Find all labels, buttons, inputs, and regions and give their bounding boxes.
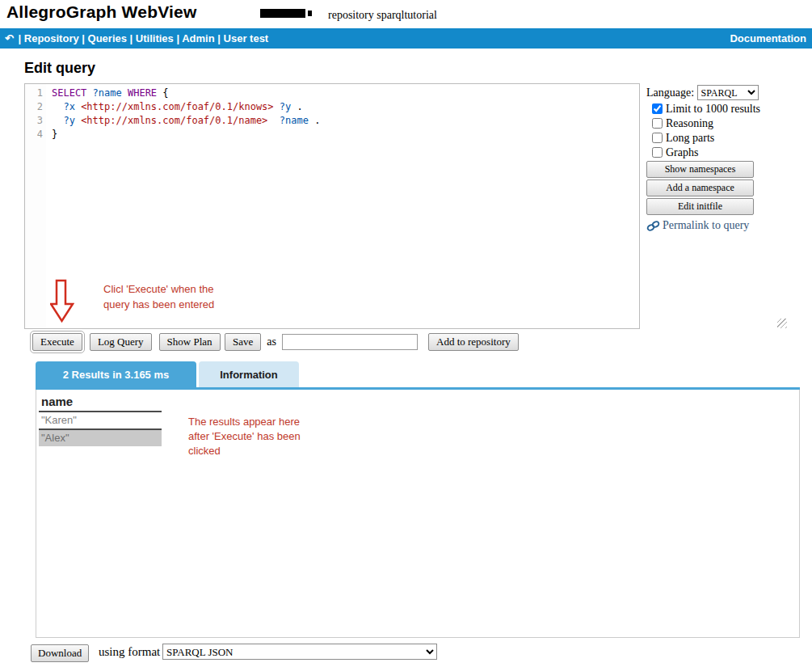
checkbox-reasoning[interactable] — [652, 118, 663, 129]
nav-menu: ↶ | Repository | Queries | Utilities | A… — [5, 28, 268, 49]
results-column-header: name — [39, 393, 162, 412]
checkbox-graphs[interactable] — [652, 147, 663, 158]
query-options-panel: Language: SPARQL Limit to 1000 resultsRe… — [646, 85, 808, 232]
nav-item-repository[interactable]: Repository — [24, 32, 79, 44]
checkbox-long-parts[interactable] — [652, 133, 663, 143]
results-rows: "Karen""Alex" — [36, 412, 799, 446]
toolbar: ExecuteLog QueryShow Plan — [32, 333, 221, 351]
checkbox-limit-to-1000-results[interactable] — [652, 103, 663, 114]
nav-separator: | — [127, 32, 136, 44]
result-row[interactable]: "Alex" — [39, 430, 162, 446]
save-group: Save as — [225, 333, 418, 351]
code-line: } — [52, 128, 639, 141]
results-panel: name "Karen""Alex" — [36, 390, 800, 638]
back-icon[interactable]: ↶ — [5, 28, 14, 49]
language-select[interactable]: SPARQL — [697, 85, 759, 100]
nav-item-queries[interactable]: Queries — [88, 32, 127, 44]
results-note: The results appear hereafter 'Execute' h… — [188, 415, 301, 458]
edit-initfile-button[interactable]: Edit initfile — [646, 198, 754, 215]
option-graphs[interactable]: Graphs — [646, 146, 808, 159]
add-a-namespace-button[interactable]: Add a namespace — [646, 179, 754, 196]
language-label: Language: — [646, 87, 694, 99]
option-label: Long parts — [666, 132, 714, 144]
nav-item-user-test[interactable]: User test — [224, 32, 269, 44]
tab-information[interactable]: Information — [199, 361, 299, 388]
save-name-input[interactable] — [282, 334, 418, 350]
nav-separator: | — [15, 32, 24, 44]
redacted-mark — [308, 11, 312, 16]
add-to-repository-button[interactable]: Add to repository — [428, 333, 519, 351]
nav-separator: | — [215, 32, 224, 44]
nav-item-utilities[interactable]: Utilities — [136, 32, 174, 44]
show-namespaces-button[interactable]: Show namespaces — [646, 161, 754, 178]
nav-item-admin[interactable]: Admin — [182, 32, 214, 44]
link-icon — [646, 220, 660, 232]
option-limit-to-1000-results[interactable]: Limit to 1000 results — [646, 103, 808, 116]
as-label: as — [267, 336, 276, 348]
editor-resize-handle[interactable] — [777, 319, 787, 328]
option-long-parts[interactable]: Long parts — [646, 132, 808, 145]
log-query-button[interactable]: Log Query — [90, 333, 152, 351]
download-button[interactable]: Download — [31, 644, 89, 662]
nav-separator: | — [174, 32, 182, 44]
tabs: 2 Results in 3.165 msInformation — [36, 361, 299, 388]
nav-separator: | — [79, 32, 88, 44]
annotation-line: after 'Execute' has been — [188, 429, 301, 444]
annotation-line: Clicl 'Execute' when the — [103, 281, 214, 297]
line-number: 1 — [25, 87, 43, 100]
tab-results[interactable]: 2 Results in 3.165 ms — [36, 361, 196, 388]
nav-item-documentation[interactable]: Documentation — [730, 28, 806, 49]
line-number: 3 — [25, 114, 43, 128]
language-row: Language: SPARQL — [646, 85, 808, 100]
annotation-line: query has been entered — [103, 297, 214, 312]
editor-gutter: 1234 — [25, 84, 46, 328]
line-number: 2 — [25, 100, 43, 114]
options-list: Limit to 1000 resultsReasoningLong parts… — [646, 103, 808, 159]
option-label: Reasoning — [666, 117, 713, 129]
format-select[interactable]: SPARQL JSON — [162, 644, 437, 660]
annotation-line: clicked — [188, 444, 301, 458]
line-number: 4 — [25, 128, 43, 141]
option-label: Limit to 1000 results — [666, 103, 760, 115]
annotation-arrow-icon — [50, 279, 74, 323]
execute-button[interactable]: Execute — [32, 333, 82, 351]
execute-note: Clicl 'Execute' when thequery has been e… — [103, 281, 214, 312]
annotation-line: The results appear here — [188, 415, 301, 429]
nav-bar: ↶ | Repository | Queries | Utilities | A… — [0, 28, 812, 49]
using-format-label: using format — [99, 645, 160, 659]
sidebar-buttons: Show namespacesAdd a namespaceEdit initf… — [646, 161, 808, 215]
permalink-link[interactable]: Permalink to query — [646, 219, 808, 232]
code-line: ?y <http://xmlns.com/foaf/0.1/name> ?nam… — [52, 114, 639, 128]
show-plan-button[interactable]: Show Plan — [159, 333, 221, 351]
result-row[interactable]: "Karen" — [39, 412, 162, 430]
option-reasoning[interactable]: Reasoning — [646, 117, 808, 130]
repository-label: repository sparqltutorial — [328, 9, 437, 22]
code-line: ?x <http://xmlns.com/foaf/0.1/knows> ?y … — [52, 100, 639, 114]
page-title: Edit query — [24, 60, 95, 77]
save-button[interactable]: Save — [225, 333, 261, 351]
permalink-label: Permalink to query — [663, 219, 749, 232]
app-title: AllegroGraph WebView — [6, 2, 196, 22]
code-line: SELECT ?name WHERE { — [52, 87, 639, 100]
option-label: Graphs — [666, 146, 698, 158]
redacted-text — [260, 9, 305, 18]
